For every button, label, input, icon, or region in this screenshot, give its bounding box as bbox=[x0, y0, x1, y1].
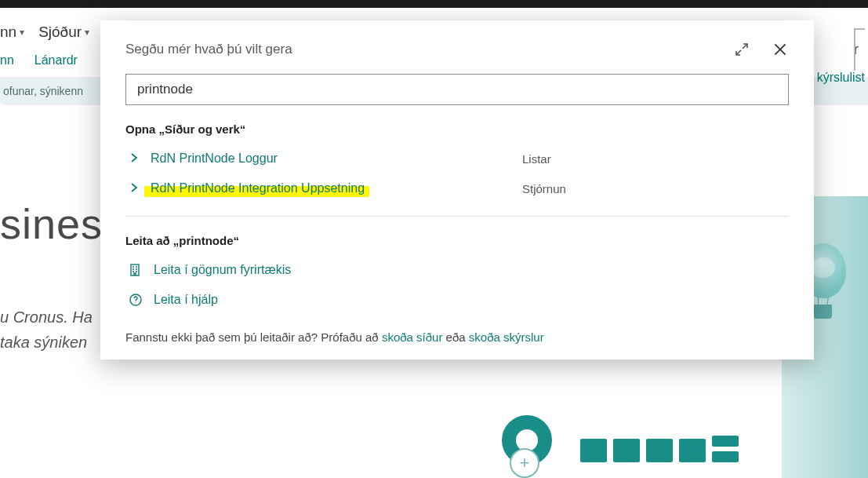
search-in-company-data[interactable]: Leita í gögnum fyrirtækis bbox=[125, 255, 789, 285]
top-dark-bar bbox=[0, 0, 868, 8]
close-icon bbox=[772, 41, 789, 58]
help-icon bbox=[129, 293, 143, 307]
band-text: ofunar, sýnikenn bbox=[3, 85, 83, 97]
dialog-title: Segðu mér hvað þú vilt gera bbox=[125, 42, 292, 57]
add-circle-icon[interactable]: + bbox=[510, 448, 539, 478]
bg-chart-shapes: + bbox=[439, 423, 868, 478]
expand-button[interactable] bbox=[731, 38, 753, 60]
search-in-company-label: Leita í gögnum fyrirtækis bbox=[154, 263, 291, 277]
search-in-help[interactable]: Leita í hjálp bbox=[125, 285, 789, 315]
footer-text-sep: eða bbox=[442, 330, 468, 344]
nav-item-label: nn bbox=[0, 24, 16, 41]
search-input[interactable] bbox=[136, 81, 779, 98]
explore-pages-link[interactable]: skoða síður bbox=[382, 330, 443, 344]
nav-item-label: Sjóður bbox=[38, 24, 82, 41]
result-category: Stjórnun bbox=[522, 182, 789, 195]
search-box[interactable] bbox=[125, 74, 789, 105]
dialog-header-actions bbox=[731, 38, 792, 61]
bar-chart-icon bbox=[580, 426, 739, 462]
chevron-right-icon bbox=[129, 152, 140, 166]
dialog-header: Segðu mér hvað þú vilt gera bbox=[100, 20, 814, 68]
result-category: Listar bbox=[522, 152, 789, 166]
result-label: RdN PrintNode Loggur bbox=[151, 151, 278, 166]
balloon-basket bbox=[813, 305, 832, 319]
page-fold-icon bbox=[854, 28, 865, 71]
footer-text-prefix: Fannstu ekki það sem þú leitaðir að? Pró… bbox=[125, 330, 382, 344]
building-icon bbox=[129, 263, 143, 277]
search-result-row[interactable]: RdN PrintNode Loggur Listar bbox=[125, 144, 789, 173]
result-label: RdN PrintNode Integration Uppsetning bbox=[151, 181, 365, 195]
search-in-help-label: Leita í hjálp bbox=[154, 293, 218, 307]
explore-reports-link[interactable]: skoða skýrslur bbox=[469, 330, 544, 344]
subnav-item-right-partial[interactable]: kýrslulist bbox=[817, 71, 865, 85]
highlight-mark bbox=[144, 186, 369, 197]
expand-icon bbox=[734, 42, 750, 57]
open-pages-section: Opna „Síður og verk“ RdN PrintNode Loggu… bbox=[100, 105, 814, 203]
dialog-footer-hint: Fannstu ekki það sem þú leitaðir að? Pró… bbox=[100, 315, 814, 350]
plus-glyph: + bbox=[520, 454, 530, 472]
section-title-search: Leita að „printnode“ bbox=[125, 234, 789, 247]
search-for-section: Leita að „printnode“ Leita í gögnum fyri… bbox=[100, 217, 814, 315]
subnav-item[interactable]: nn bbox=[0, 53, 14, 68]
nav-item-sjodur[interactable]: Sjóður ▾ bbox=[38, 24, 89, 41]
subnav-item-lanardr[interactable]: Lánardr bbox=[35, 53, 78, 68]
tell-me-dialog: Segðu mér hvað þú vilt gera Opna „Síður … bbox=[100, 20, 814, 359]
section-title-open: Opna „Síður og verk“ bbox=[125, 122, 789, 136]
search-result-row[interactable]: RdN PrintNode Integration Uppsetning Stj… bbox=[125, 173, 789, 203]
nav-item-partial-left[interactable]: nn ▾ bbox=[0, 24, 24, 41]
chevron-right-icon bbox=[129, 182, 140, 195]
svg-rect-0 bbox=[131, 265, 139, 275]
chevron-down-icon: ▾ bbox=[20, 27, 24, 38]
close-button[interactable] bbox=[768, 38, 792, 61]
chevron-down-icon: ▾ bbox=[85, 27, 89, 38]
svg-point-2 bbox=[135, 302, 136, 303]
